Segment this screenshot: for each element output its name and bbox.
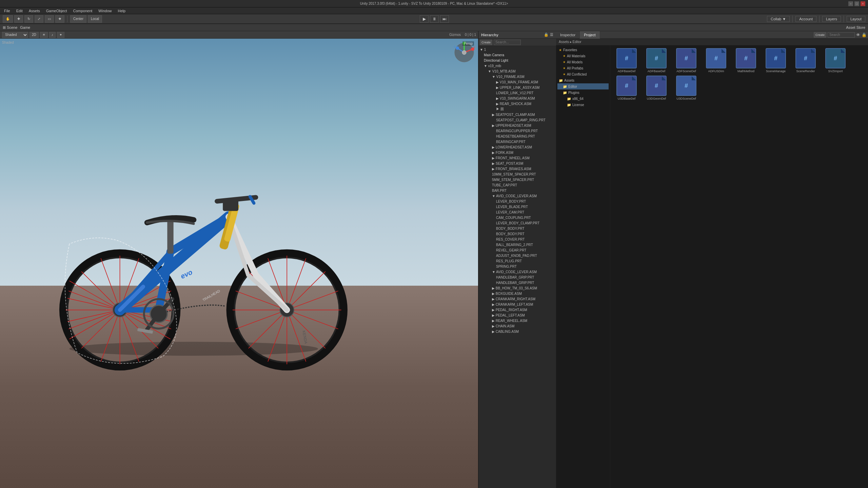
hierarchy-item[interactable]: ▶ FRONT_WHEEL.ASM [478,155,556,161]
rotate-tool[interactable]: ↻ [24,15,33,23]
hierarchy-item[interactable]: ▶ CRANKARM_RIGHT.ASM [478,296,556,302]
hierarchy-item[interactable]: TUBE_CAP.PRT [478,182,556,188]
scale-tool[interactable]: ⤢ [35,15,43,23]
hand-tool[interactable]: ✋ [3,15,13,23]
hierarchy-create-button[interactable]: Create [480,40,492,45]
hierarchy-item[interactable]: 5MM_STEM_SPACER.PRT [478,177,556,182]
project-file-icon[interactable]: # MathMethod [732,48,760,73]
hierarchy-item[interactable]: ▼ V10_FRAME.ASM [478,74,556,79]
pause-button[interactable]: ⏸ [430,15,439,23]
hierarchy-item[interactable]: ▶ V10_SWINGARM.ASM [478,96,556,101]
tab-inspector[interactable]: Inspector [556,31,580,39]
hierarchy-item[interactable]: ▶ SEAT_POST.ASM [478,161,556,166]
favorites-item[interactable]: ★All Conflicted [557,71,609,77]
layers-button[interactable]: Layers [822,16,841,22]
project-tree-folder[interactable]: 📁x86_64 [557,96,609,102]
rect-tool[interactable]: ▭ [45,15,54,23]
menu-gameobject[interactable]: GameObject [43,8,70,14]
hierarchy-item[interactable]: ADJUST_KNOB_PAD.PRT [478,253,556,258]
hierarchy-item[interactable]: ▶ CHAIN.ASM [478,323,556,329]
menu-help[interactable]: Help [115,8,128,14]
hierarchy-item[interactable]: LEVER_CAM.PRT [478,209,556,215]
center-pivot-button[interactable]: Center [70,15,86,23]
menu-assets[interactable]: Assets [26,8,43,14]
hierarchy-item[interactable]: RES_PLUG.PRT [478,258,556,264]
project-file-icon[interactable]: # ADFSceneDef [673,48,700,73]
hierarchy-item[interactable]: ▶ REAR_SHOCK.ASM [478,101,556,106]
menu-file[interactable]: File [1,8,13,14]
menu-component[interactable]: Component [70,8,95,14]
hierarchy-item[interactable]: LOWER_LINK_V12.PRT [478,90,556,96]
step-button[interactable]: ⏭ [440,15,449,23]
project-file-icon[interactable]: # SceneRender [792,48,819,73]
favorites-item[interactable]: ★All Models [557,59,609,65]
hierarchy-item[interactable]: REVEL_GEAR.PRT [478,247,556,253]
hierarchy-item[interactable]: ▶ V10_MAIN_FRAME.ASM [478,79,556,85]
tab-project[interactable]: Project [580,31,600,39]
hierarchy-item[interactable]: ▼ 1 [478,47,556,52]
hierarchy-item[interactable]: ▶ CABLING.ASM [478,329,556,334]
collab-button[interactable]: Collab ▼ [767,16,790,22]
hierarchy-item[interactable]: ▶ PEDAL_RIGHT.ASM [478,307,556,312]
hierarchy-item[interactable]: ▶ LOWERHEADSET.ASM [478,144,556,150]
menu-window[interactable]: Window [96,8,114,14]
project-file-icon[interactable]: # ADFBaseDef [643,48,670,73]
lights-toggle[interactable]: ☀ [40,32,48,38]
game-label[interactable]: Game [20,25,30,29]
hierarchy-item[interactable]: BEARINGCAP.PRT [478,139,556,144]
project-file-icon[interactable]: # SceneManage [762,48,789,73]
project-file-icon[interactable]: # ADFUSDIm [703,48,730,73]
project-tree-folder[interactable]: 📁Assets [557,77,609,83]
hierarchy-item[interactable]: SPRING.PRT [478,264,556,269]
hierarchy-item[interactable]: BODY_BODY.PRT [478,226,556,231]
hierarchy-item[interactable]: RES_COVER.PRT [478,237,556,242]
hierarchy-item[interactable]: ▶ SEATPOST_CLAMP.ASM [478,112,556,117]
project-eye-icon[interactable]: 👁 [856,33,860,37]
hierarchy-item[interactable]: ▶ REAR_WHEEL.ASM [478,318,556,323]
2d-toggle[interactable]: 2D [29,32,39,38]
project-search-input[interactable] [828,32,855,38]
minimize-button[interactable]: − [848,1,853,6]
project-tree-folder[interactable]: 📁Editor [557,83,609,89]
hierarchy-item[interactable]: HANDLEBAR_GRIP.PRT [478,274,556,280]
scene-label[interactable]: ⊞ Scene [3,25,17,30]
hierarchy-item[interactable]: BALL_BEARING_2.PRT [478,242,556,247]
hierarchy-item[interactable]: BAR.PRT [478,188,556,193]
hierarchy-item[interactable]: 10MM_STEM_SPACER.PRT [478,171,556,177]
shading-mode-dropdown[interactable]: Shaded Wireframe [2,32,28,38]
project-file-icon[interactable]: # ADFBaseDef [613,48,640,73]
hierarchy-item[interactable]: Directional Light [478,58,556,63]
fx-toggle[interactable]: ✦ [57,32,64,38]
account-button[interactable]: Account [795,16,816,22]
audio-toggle[interactable]: ♪ [49,32,56,38]
hierarchy-item[interactable]: ▼ v19_mtb [478,63,556,68]
local-global-button[interactable]: Local [88,15,102,23]
favorites-header[interactable]: ★Favorites [557,47,609,53]
hierarchy-item[interactable]: CAM_COUPLING.PRT [478,215,556,220]
project-file-icon[interactable]: # U3DGeomDef [643,76,670,100]
hierarchy-item[interactable]: ▶ 圆 [478,106,556,112]
project-tree-folder[interactable]: 📁Plugins [557,89,609,96]
close-button[interactable]: × [861,1,865,6]
hierarchy-item[interactable]: HANDLEBAR_GRIP.PRT [478,280,556,285]
hierarchy-item[interactable]: LEVER_BLADE.PRT [478,204,556,209]
hierarchy-item[interactable]: HEADSETBEARING.PRT [478,134,556,139]
project-lock-icon[interactable]: 🔒 [862,33,867,37]
hierarchy-item[interactable]: ▼ AVID_CODE_LEVER.ASM [478,193,556,199]
favorites-item[interactable]: ★All Prefabs [557,65,609,71]
hierarchy-item[interactable]: ▶ CRANKARM_LEFT.ASM [478,302,556,307]
hierarchy-item[interactable]: Main Camera [478,52,556,58]
multi-tool[interactable]: ❖ [55,15,64,23]
hierarchy-lock[interactable]: 🔒 [544,33,549,37]
hierarchy-item[interactable]: ▶ BOXGUIDE.ASM [478,291,556,296]
project-create-button[interactable]: Create [814,32,826,38]
hierarchy-item[interactable]: ▼ V10_MTB.ASM [478,68,556,74]
hierarchy-item[interactable]: ▶ FORK.ASM [478,150,556,155]
project-file-icon[interactable]: # U3DSceneDef [673,76,700,100]
move-tool[interactable]: ✚ [14,15,23,23]
hierarchy-item[interactable]: ▶ PEDAL_LEFT.ASM [478,312,556,318]
asset-store-button[interactable]: Asset Store [846,25,865,29]
hierarchy-item[interactable]: ▶ UPPER_LINK_ASSY.ASM [478,85,556,90]
scene-viewport[interactable]: evo KENDA TRAILHEAD X [0,39,478,488]
hierarchy-item[interactable]: SEATPOST_CLAMP_RING.PRT [478,117,556,123]
